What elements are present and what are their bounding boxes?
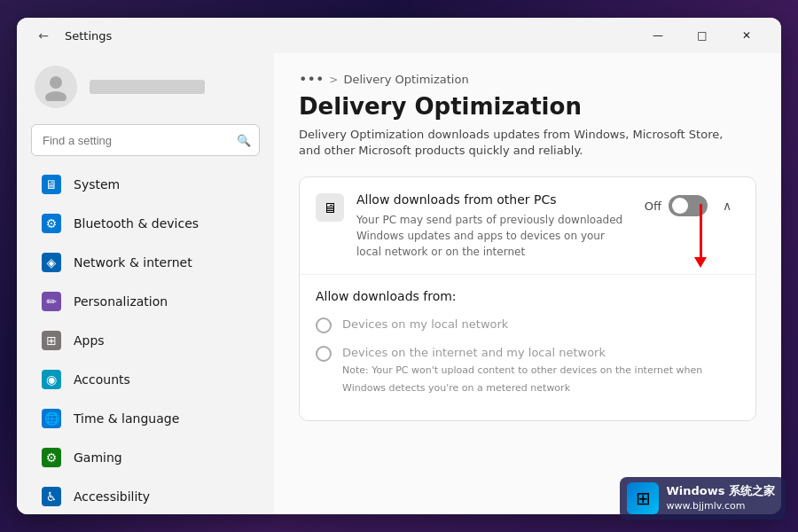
radio-local-network[interactable]: Devices on my local network xyxy=(316,316,739,333)
settings-window: ← Settings — □ ✕ xyxy=(17,18,781,514)
sidebar-item-time[interactable]: 🌐 Time & language xyxy=(24,400,267,437)
sidebar-item-system[interactable]: 🖥 System xyxy=(24,166,267,203)
radio-circle-local xyxy=(316,317,332,333)
title-bar: ← Settings — □ ✕ xyxy=(17,18,781,53)
sidebar-item-label-accessibility: Accessibility xyxy=(74,489,150,504)
accessibility-icon: ♿ xyxy=(42,487,61,506)
accounts-icon: ◉ xyxy=(42,370,61,389)
user-name xyxy=(90,80,205,94)
window-title: Settings xyxy=(65,29,112,43)
search-input[interactable] xyxy=(31,124,260,156)
user-profile[interactable] xyxy=(17,53,274,117)
personalization-icon: ✏ xyxy=(42,292,61,311)
time-icon: 🌐 xyxy=(42,409,61,428)
sidebar-item-personalization[interactable]: ✏ Personalization xyxy=(24,283,267,320)
sidebar-item-label-personalization: Personalization xyxy=(74,294,168,309)
sidebar-item-apps[interactable]: ⊞ Apps xyxy=(24,322,267,359)
sidebar-item-label-system: System xyxy=(74,177,120,192)
allow-from-section: Allow downloads from: Devices on my loca… xyxy=(300,275,755,421)
arrow-head xyxy=(694,257,707,268)
expand-chevron[interactable]: ∧ xyxy=(715,193,739,218)
bluetooth-icon: ⚙ xyxy=(42,214,61,233)
content-area: 🔍 🖥 System ⚙ Bluetooth & devices ◈ Netwo… xyxy=(17,53,781,514)
system-icon: 🖥 xyxy=(42,175,61,194)
breadcrumb-separator: > xyxy=(329,74,338,86)
watermark-text: Windows 系统之家 www.bjjmlv.com xyxy=(666,483,775,513)
page-description: Delivery Optimization downloads updates … xyxy=(299,127,724,159)
downloads-card: 🖥 Allow downloads from other PCs Your PC… xyxy=(299,176,756,421)
breadcrumb: ••• > Delivery Optimization xyxy=(299,71,756,88)
downloads-card-text: Allow downloads from other PCs Your PC m… xyxy=(356,192,632,259)
toggle-knob xyxy=(672,198,688,214)
sidebar-item-label-network: Network & internet xyxy=(74,255,192,270)
arrow-annotation xyxy=(694,204,707,268)
downloads-card-controls: Off ∧ xyxy=(645,192,739,218)
radio-label-local: Devices on my local network xyxy=(342,316,508,333)
svg-point-1 xyxy=(45,91,66,101)
sidebar: 🔍 🖥 System ⚙ Bluetooth & devices ◈ Netwo… xyxy=(17,53,274,514)
avatar xyxy=(35,66,77,108)
gaming-icon: ⚙ xyxy=(42,448,61,467)
maximize-button[interactable]: □ xyxy=(682,21,723,50)
radio-internet[interactable]: Devices on the internet and my local net… xyxy=(316,344,739,396)
title-bar-left: ← Settings xyxy=(31,23,112,48)
sidebar-item-label-accounts: Accounts xyxy=(74,372,130,387)
allow-from-title: Allow downloads from: xyxy=(316,289,739,303)
apps-icon: ⊞ xyxy=(42,331,61,350)
svg-point-0 xyxy=(50,76,62,89)
arrow-line xyxy=(700,204,702,257)
downloads-card-icon: 🖥 xyxy=(316,193,344,222)
radio-label-internet: Devices on the internet and my local net… xyxy=(342,344,739,396)
sidebar-item-label-gaming: Gaming xyxy=(74,450,122,465)
sidebar-item-network[interactable]: ◈ Network & internet xyxy=(24,244,267,281)
downloads-card-title: Allow downloads from other PCs xyxy=(356,192,632,207)
breadcrumb-dots[interactable]: ••• xyxy=(299,71,324,88)
sidebar-item-label-bluetooth: Bluetooth & devices xyxy=(74,216,199,231)
watermark: ⊞ Windows 系统之家 www.bjjmlv.com xyxy=(620,477,786,520)
window-controls: — □ ✕ xyxy=(638,21,767,50)
network-icon: ◈ xyxy=(42,253,61,272)
minimize-button[interactable]: — xyxy=(638,21,678,50)
close-button[interactable]: ✕ xyxy=(726,21,767,50)
sidebar-item-label-time: Time & language xyxy=(74,411,179,426)
sidebar-item-gaming[interactable]: ⚙ Gaming xyxy=(24,439,267,476)
breadcrumb-current: Delivery Optimization xyxy=(343,73,468,86)
back-button[interactable]: ← xyxy=(31,23,56,48)
radio-circle-internet xyxy=(316,346,332,362)
sidebar-item-label-apps: Apps xyxy=(74,333,105,348)
sidebar-item-accessibility[interactable]: ♿ Accessibility xyxy=(24,478,267,514)
sidebar-item-bluetooth[interactable]: ⚙ Bluetooth & devices xyxy=(24,205,267,242)
page-title: Delivery Optimization xyxy=(299,93,756,120)
downloads-card-subtitle: Your PC may send parts of previously dow… xyxy=(356,212,632,260)
watermark-icon: ⊞ xyxy=(627,482,659,514)
search-icon: 🔍 xyxy=(237,134,251,147)
sidebar-item-accounts[interactable]: ◉ Accounts xyxy=(24,361,267,398)
toggle-off-label: Off xyxy=(645,200,661,213)
allow-downloads-row: 🖥 Allow downloads from other PCs Your PC… xyxy=(300,177,755,274)
search-box: 🔍 xyxy=(31,124,260,156)
main-content: ••• > Delivery Optimization Delivery Opt… xyxy=(274,53,781,514)
